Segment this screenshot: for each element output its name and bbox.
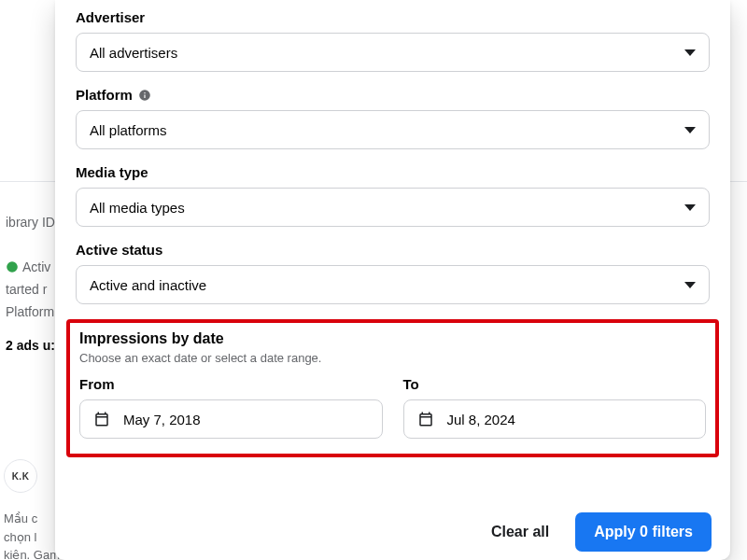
active-status-value: Active and inactive [90,277,206,293]
date-from-col: From May 7, 2018 [79,376,383,439]
bg-library-id: ibrary ID [6,215,55,230]
date-from-label: From [79,376,383,392]
bg-ads-count: 2 ads u: [6,338,55,353]
filters-scroll[interactable]: Advertiser All advertisers Platform All … [55,0,730,502]
panel-footer: Clear all Apply 0 filters [55,502,730,560]
date-to-input[interactable]: Jul 8, 2024 [403,399,707,439]
date-to-value: Jul 8, 2024 [447,412,515,427]
bg-platforms: Platform [6,304,54,319]
bg-started: tarted r [6,282,47,297]
date-to-col: To Jul 8, 2024 [403,376,707,439]
platform-field: Platform All platforms [76,87,710,149]
platform-label: Platform [76,87,710,103]
date-from-input[interactable]: May 7, 2018 [79,399,383,439]
chevron-down-icon [684,127,696,133]
advertiser-select[interactable]: All advertisers [76,33,710,72]
date-to-label: To [403,376,707,392]
apply-filters-button[interactable]: Apply 0 filters [575,512,712,552]
filters-panel: Advertiser All advertisers Platform All … [55,0,730,560]
chevron-down-icon [684,204,696,211]
avatar: K.K [4,459,37,493]
calendar-icon [417,411,434,427]
active-status-label: Active status [76,242,710,258]
advertiser-value: All advertisers [90,45,177,61]
impressions-highlight-box: Impressions by date Choose an exact date… [66,319,719,457]
chevron-down-icon [684,49,696,56]
advertiser-field: Advertiser All advertisers [76,9,710,72]
calendar-icon [93,411,110,427]
check-circle-icon [6,260,19,273]
bg-active-status: Activ [6,259,50,274]
active-status-select[interactable]: Active and inactive [76,265,710,304]
media-type-field: Media type All media types [76,164,710,227]
media-type-value: All media types [90,200,185,216]
platform-value: All platforms [90,122,167,138]
active-status-field: Active status Active and inactive [76,242,710,304]
svg-point-0 [7,261,18,273]
info-icon[interactable] [138,89,151,102]
impressions-subtitle: Choose an exact date or select a date ra… [79,351,706,365]
chevron-down-icon [684,282,696,288]
media-type-select[interactable]: All media types [76,188,710,227]
date-from-value: May 7, 2018 [123,412,201,427]
advertiser-label: Advertiser [76,9,710,25]
date-range-row: From May 7, 2018 To Jul 8, 2024 [79,376,706,439]
platform-select[interactable]: All platforms [76,110,710,149]
impressions-title: Impressions by date [79,330,706,347]
media-type-label: Media type [76,164,710,180]
clear-all-button[interactable]: Clear all [480,514,560,550]
